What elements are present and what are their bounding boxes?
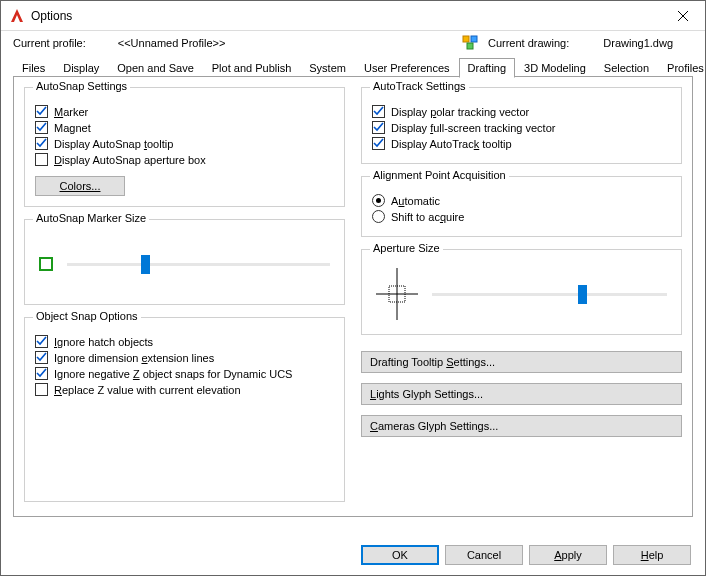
slider-thumb[interactable] bbox=[578, 285, 587, 304]
checkbox-icon bbox=[35, 121, 48, 134]
chk-marker[interactable]: Marker bbox=[35, 105, 334, 118]
group-autosnap-marker-size: AutoSnap Marker Size bbox=[24, 219, 345, 305]
ok-button[interactable]: OK bbox=[361, 545, 439, 565]
tab-profiles[interactable]: Profiles bbox=[658, 58, 706, 77]
dialog-button-row: OK Cancel Apply Help bbox=[361, 545, 691, 565]
checkbox-icon bbox=[35, 351, 48, 364]
checkbox-icon bbox=[35, 153, 48, 166]
group-autosnap-settings: AutoSnap Settings Marker Magnet bbox=[24, 87, 345, 207]
tab-user-preferences[interactable]: User Preferences bbox=[355, 58, 459, 77]
chk-fullscreen-vector[interactable]: Display full-screen tracking vector bbox=[372, 121, 671, 134]
chk-label: Display AutoTrack tooltip bbox=[391, 138, 512, 150]
titlebar: Options bbox=[1, 1, 705, 31]
tabstrip: Files Display Open and Save Plot and Pub… bbox=[1, 53, 705, 77]
radio-icon bbox=[372, 210, 385, 223]
svg-rect-5 bbox=[467, 43, 473, 49]
rdo-label: Automatic bbox=[391, 195, 440, 207]
checkbox-icon bbox=[372, 137, 385, 150]
drafting-tooltip-settings-button[interactable]: Drafting Tooltip Settings... bbox=[361, 351, 682, 373]
cameras-glyph-settings-button[interactable]: Cameras Glyph Settings... bbox=[361, 415, 682, 437]
chk-ignore-hatch[interactable]: Ignore hatch objects bbox=[35, 335, 334, 348]
profile-row: Current profile: <<Unnamed Profile>> Cur… bbox=[1, 31, 705, 53]
aperture-preview-icon bbox=[376, 266, 418, 322]
chk-magnet[interactable]: Magnet bbox=[35, 121, 334, 134]
group-autotrack-settings: AutoTrack Settings Display polar trackin… bbox=[361, 87, 682, 164]
group-legend: AutoSnap Settings bbox=[33, 80, 130, 92]
chk-ignore-dim-ext[interactable]: Ignore dimension extension lines bbox=[35, 351, 334, 364]
checkbox-icon bbox=[372, 121, 385, 134]
group-alignment-point: Alignment Point Acquisition Automatic Sh… bbox=[361, 176, 682, 237]
lights-glyph-settings-button[interactable]: Lights Glyph Settings... bbox=[361, 383, 682, 405]
chk-polar-vector[interactable]: Display polar tracking vector bbox=[372, 105, 671, 118]
chk-label: Display full-screen tracking vector bbox=[391, 122, 555, 134]
marker-preview-icon bbox=[39, 257, 53, 271]
chk-label: Magnet bbox=[54, 122, 91, 134]
checkbox-icon bbox=[35, 137, 48, 150]
current-drawing-value: Drawing1.dwg bbox=[603, 37, 673, 49]
colors-button[interactable]: Colors... bbox=[35, 176, 125, 196]
chk-display-autosnap-tooltip[interactable]: Display AutoSnap tooltip bbox=[35, 137, 334, 150]
current-profile-label: Current profile: bbox=[13, 37, 86, 49]
checkbox-icon bbox=[35, 367, 48, 380]
tab-plot-and-publish[interactable]: Plot and Publish bbox=[203, 58, 301, 77]
group-legend: AutoTrack Settings bbox=[370, 80, 469, 92]
tab-drafting[interactable]: Drafting bbox=[459, 58, 516, 78]
chk-ignore-neg-z[interactable]: Ignore negative Z object snaps for Dynam… bbox=[35, 367, 334, 380]
chk-autotrack-tooltip[interactable]: Display AutoTrack tooltip bbox=[372, 137, 671, 150]
marker-size-slider[interactable] bbox=[67, 263, 330, 266]
svg-rect-3 bbox=[463, 36, 469, 42]
tab-system[interactable]: System bbox=[300, 58, 355, 77]
tab-3d-modeling[interactable]: 3D Modeling bbox=[515, 58, 595, 77]
chk-label: Replace Z value with current elevation bbox=[54, 384, 241, 396]
current-profile-value: <<Unnamed Profile>> bbox=[118, 37, 226, 49]
chk-replace-z[interactable]: Replace Z value with current elevation bbox=[35, 383, 334, 396]
chk-label: Display AutoSnap aperture box bbox=[54, 154, 206, 166]
rdo-shift-to-acquire[interactable]: Shift to acquire bbox=[372, 210, 671, 223]
chk-label: Marker bbox=[54, 106, 88, 118]
radio-icon bbox=[372, 194, 385, 207]
chk-label: Display AutoSnap tooltip bbox=[54, 138, 173, 150]
tab-open-and-save[interactable]: Open and Save bbox=[108, 58, 202, 77]
checkbox-icon bbox=[35, 105, 48, 118]
svg-marker-0 bbox=[11, 9, 23, 22]
chk-display-autosnap-aperture-box[interactable]: Display AutoSnap aperture box bbox=[35, 153, 334, 166]
drawing-icon bbox=[462, 35, 478, 51]
help-button[interactable]: Help bbox=[613, 545, 691, 565]
checkbox-icon bbox=[35, 335, 48, 348]
rdo-automatic[interactable]: Automatic bbox=[372, 194, 671, 207]
app-icon bbox=[9, 8, 25, 24]
chk-label: Ignore hatch objects bbox=[54, 336, 153, 348]
group-legend: AutoSnap Marker Size bbox=[33, 212, 149, 224]
group-legend: Object Snap Options bbox=[33, 310, 141, 322]
group-aperture-size: Aperture Size bbox=[361, 249, 682, 335]
window-title: Options bbox=[31, 9, 72, 23]
group-legend: Aperture Size bbox=[370, 242, 443, 254]
tab-page-drafting: AutoSnap Settings Marker Magnet bbox=[13, 77, 693, 517]
chk-label: Display polar tracking vector bbox=[391, 106, 529, 118]
chk-label: Ignore dimension extension lines bbox=[54, 352, 214, 364]
tab-files[interactable]: Files bbox=[13, 58, 54, 77]
current-drawing-label: Current drawing: bbox=[488, 37, 569, 49]
group-object-snap-options: Object Snap Options Ignore hatch objects… bbox=[24, 317, 345, 502]
rdo-label: Shift to acquire bbox=[391, 211, 464, 223]
slider-thumb[interactable] bbox=[141, 255, 150, 274]
tab-selection[interactable]: Selection bbox=[595, 58, 658, 77]
svg-rect-4 bbox=[471, 36, 477, 42]
cancel-button[interactable]: Cancel bbox=[445, 545, 523, 565]
checkbox-icon bbox=[372, 105, 385, 118]
close-button[interactable] bbox=[660, 1, 705, 30]
aperture-size-slider[interactable] bbox=[432, 293, 667, 296]
group-legend: Alignment Point Acquisition bbox=[370, 169, 509, 181]
chk-label: Ignore negative Z object snaps for Dynam… bbox=[54, 368, 292, 380]
tab-display[interactable]: Display bbox=[54, 58, 108, 77]
apply-button[interactable]: Apply bbox=[529, 545, 607, 565]
checkbox-icon bbox=[35, 383, 48, 396]
